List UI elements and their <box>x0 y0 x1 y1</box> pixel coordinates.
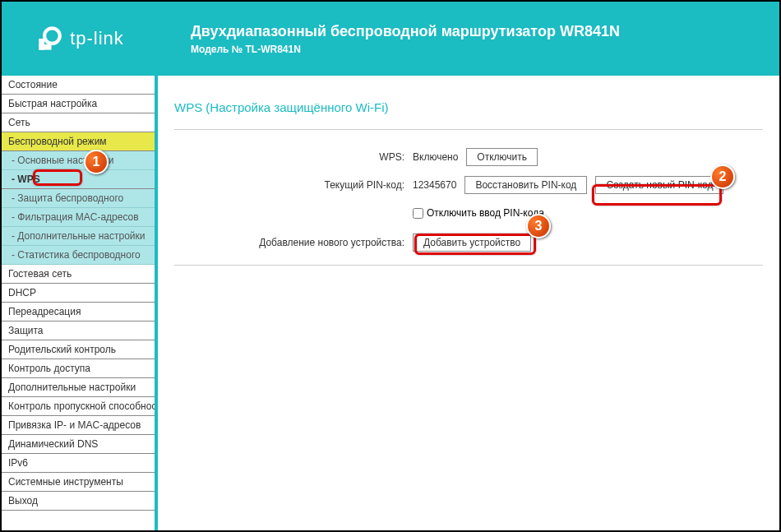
label-wps: WPS: <box>174 151 413 163</box>
svg-rect-2 <box>39 44 51 50</box>
sidebar-item-ddns[interactable]: Динамический DNS <box>2 435 155 454</box>
sidebar-item-system-tools[interactable]: Системные инструменты <box>2 473 155 492</box>
header-title: Двухдиапазонный беспроводной маршрутизат… <box>191 23 620 40</box>
disable-pin-checkbox-label[interactable]: Отключить ввод PIN-кода <box>413 207 544 219</box>
create-pin-button[interactable]: Создать новый PIN-код <box>595 176 723 194</box>
sidebar-item-logout[interactable]: Выход <box>2 492 155 511</box>
row-pin: Текущий PIN-код: 12345670 Восстановить P… <box>174 174 763 196</box>
brand-text: tp-link <box>70 28 124 49</box>
header: tp-link Двухдиапазонный беспроводной мар… <box>2 2 779 76</box>
page-title: WPS (Настройка защищённого Wi-Fi) <box>174 100 763 114</box>
tplink-icon <box>35 25 63 53</box>
disable-pin-text: Отключить ввод PIN-кода <box>427 207 544 219</box>
pin-value: 12345670 <box>413 179 456 191</box>
sidebar-item-basic-settings[interactable]: - Основные настройки <box>2 151 155 170</box>
sidebar-item-wireless-stats[interactable]: - Статистика беспроводного <box>2 246 155 265</box>
header-subtitle: Модель № TL-WR841N <box>191 44 620 55</box>
sidebar-item-dhcp[interactable]: DHCP <box>2 284 155 303</box>
label-pin: Текущий PIN-код: <box>174 179 413 191</box>
content: WPS (Настройка защищённого Wi-Fi) WPS: В… <box>158 76 779 530</box>
sidebar-item-parental[interactable]: Родительский контроль <box>2 340 155 359</box>
sidebar-item-wps[interactable]: - WPS <box>2 170 155 189</box>
divider <box>174 129 763 130</box>
sidebar-item-network[interactable]: Сеть <box>2 113 155 132</box>
sidebar: Состояние Быстрая настройка Сеть Беспров… <box>2 76 158 530</box>
disable-pin-checkbox[interactable] <box>413 208 423 219</box>
add-device-button[interactable]: Добавить устройство <box>413 234 531 252</box>
sidebar-item-wireless[interactable]: Беспроводной режим <box>2 132 155 151</box>
sidebar-item-security[interactable]: Защита <box>2 322 155 340</box>
divider-bottom <box>174 265 763 266</box>
svg-point-0 <box>44 28 60 44</box>
sidebar-item-quick-setup[interactable]: Быстрая настройка <box>2 95 155 113</box>
sidebar-item-ip-mac-binding[interactable]: Привязка IP- и MAC-адресов <box>2 416 155 435</box>
row-wps: WPS: Включено Отключить <box>174 146 763 168</box>
sidebar-item-forwarding[interactable]: Переадресация <box>2 303 155 322</box>
sidebar-item-status[interactable]: Состояние <box>2 76 155 95</box>
row-disable-pin: Отключить ввод PIN-кода <box>174 202 763 224</box>
label-add-device: Добавление нового устройства: <box>174 237 413 248</box>
sidebar-item-wireless-security[interactable]: - Защита беспроводного <box>2 189 155 208</box>
sidebar-item-guest[interactable]: Гостевая сеть <box>2 265 155 284</box>
sidebar-item-bandwidth[interactable]: Контроль пропускной способности <box>2 397 155 416</box>
logo-area: tp-link <box>2 2 158 76</box>
sidebar-item-access-control[interactable]: Контроль доступа <box>2 359 155 378</box>
wps-status: Включено <box>413 151 458 163</box>
row-add-device: Добавление нового устройства: Добавить у… <box>174 232 763 253</box>
sidebar-item-advanced-wireless[interactable]: - Дополнительные настройки <box>2 227 155 246</box>
disable-wps-button[interactable]: Отключить <box>466 148 538 166</box>
sidebar-item-ipv6[interactable]: IPv6 <box>2 454 155 473</box>
header-titles: Двухдиапазонный беспроводной маршрутизат… <box>158 23 620 55</box>
sidebar-item-mac-filter[interactable]: - Фильтрация MAC-адресов <box>2 208 155 227</box>
restore-pin-button[interactable]: Восстановить PIN-код <box>464 176 587 194</box>
sidebar-item-advanced[interactable]: Дополнительные настройки <box>2 378 155 397</box>
brand-logo: tp-link <box>35 25 124 53</box>
